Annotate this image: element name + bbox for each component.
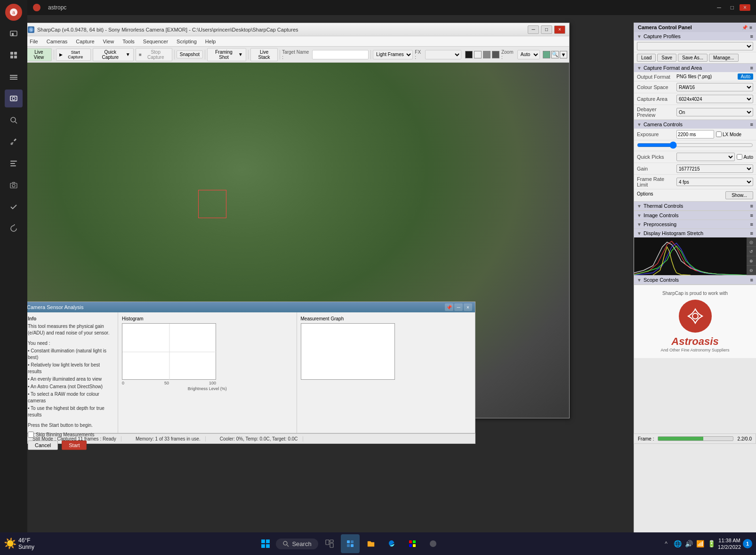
taskbar-notification[interactable]: 1 [743,539,752,548]
taskbar-store[interactable] [403,534,422,553]
sensor-panel-minimize[interactable]: ─ [454,303,463,311]
rp-hist-btn-1[interactable]: ◎ [747,237,756,247]
sensor-panel-close[interactable]: × [464,303,472,311]
menu-cameras[interactable]: Cameras [43,38,72,45]
rp-exposure-input[interactable] [676,130,714,139]
taskbar-edge[interactable] [382,534,401,553]
rp-section-camera-header[interactable]: ▼ Camera Controls ≡ [634,120,756,129]
sidebar-icon-sequence[interactable] [5,155,23,172]
rp-thermal-label: Thermal Controls [643,203,683,209]
rp-colour-space-combo[interactable]: RAW16 [676,83,753,91]
sensor-start-btn[interactable]: Start [62,441,87,450]
toolbar-snapshot[interactable]: Snapshot [177,50,203,58]
taskbar-search[interactable]: Search [276,539,318,549]
toolbar-start-capture[interactable]: ▶Start Capture [56,49,91,61]
menu-help[interactable]: Help [201,38,220,45]
app-minimize[interactable]: ─ [713,4,725,11]
zoom-search-btn[interactable]: 🔍 [551,51,559,58]
rp-load-btn[interactable]: Load [637,54,656,62]
color-btn-dark[interactable] [465,51,473,58]
toolbar-quick-capture[interactable]: Quick Capture▼ [93,48,134,61]
sidebar-icon-home[interactable] [5,24,23,42]
taskbar-other[interactable] [424,534,442,553]
sidebar-icon-expand[interactable] [5,46,23,64]
color-btn-mid[interactable] [483,51,491,58]
start-button[interactable] [257,535,274,552]
rp-exposure-slider[interactable] [637,141,753,149]
toolbar-fx-combo[interactable] [425,50,461,59]
sc-restore-btn[interactable]: □ [541,25,552,34]
toolbar-stop-capture[interactable]: ■Stop Capture [136,48,172,61]
rp-capture-area-combo[interactable]: 6024x4024 [676,95,753,103]
rp-gain-combo[interactable]: 16777215 [676,164,753,173]
rp-hist-btn-3[interactable]: ⊕ [747,256,756,266]
taskbar-chevron-up[interactable]: ^ [661,539,671,548]
menu-capture[interactable]: Capture [72,38,98,45]
color-btn-dark2[interactable] [492,51,499,58]
sidebar-icon-snapshot[interactable] [5,176,23,194]
menu-file[interactable]: File [26,38,42,45]
rp-save-btn[interactable]: Save [657,54,676,62]
toolbar-live-stack[interactable]: Live Stack [250,48,278,61]
taskbar-sound[interactable]: 🔊 [684,539,693,548]
menu-tools[interactable]: Tools [119,38,138,45]
rp-section-histogram-header[interactable]: ▼ Display Histogram Stretch ≡ [634,229,756,237]
sc-roi-box[interactable] [198,190,226,218]
rp-quickpicks-combo[interactable] [676,153,735,161]
rp-debayer-combo[interactable]: On [676,108,753,116]
toolbar-live-view[interactable]: Live View [26,48,52,61]
color-btn-light[interactable] [474,51,482,58]
menu-view[interactable]: View [99,38,118,45]
rp-output-auto-btn[interactable]: Auto [738,73,753,80]
rp-section-preprocessing-header[interactable]: ▼ Preprocessing ≡ [634,220,756,229]
rp-manage-btn[interactable]: Manage... [709,54,738,62]
sensor-panel-pin[interactable]: 📌 [445,303,453,311]
sidebar-icon-camera-panel[interactable] [5,90,23,107]
taskbar-explorer[interactable] [362,534,380,553]
rp-pin-btn[interactable]: 📌 [742,25,748,30]
svg-rect-37 [351,540,354,543]
sidebar-icon-astropc[interactable]: a [5,4,22,21]
sensor-skip-checkbox[interactable] [28,432,34,438]
taskbar-time[interactable]: 11:38 AM 12/2/2022 [718,537,741,551]
taskbar-task-view[interactable] [320,534,339,553]
sidebar-icon-tools[interactable] [5,133,23,151]
sidebar-icon-expand2[interactable] [5,68,23,86]
sc-minimize-btn[interactable]: ─ [528,25,539,34]
rp-section-format-header[interactable]: ▼ Capture Format and Area ≡ [634,64,756,72]
taskbar-battery[interactable]: 🔋 [707,539,716,548]
zoom-hist-btn[interactable] [543,51,550,58]
rp-section-profiles-header[interactable]: ▼ Capture Profiles ≡ [634,32,756,41]
toolbar-framing-shot[interactable]: Framing Shot▼ [207,48,246,61]
app-maximize[interactable]: □ [727,4,738,11]
sensor-cancel-btn[interactable]: Cancel [28,441,58,450]
sidebar-icon-refresh[interactable] [5,220,23,237]
rp-hist-btn-4[interactable]: ⊖ [747,266,756,275]
app-close[interactable]: × [740,4,750,11]
menu-sequencer[interactable]: Sequencer [139,38,172,45]
zoom-down-btn[interactable]: ▼ [560,51,567,58]
toolbar-target-input[interactable] [312,50,369,59]
rp-quickpicks-auto-check[interactable] [737,154,742,160]
rp-menu-btn[interactable]: ≡ [749,25,752,30]
sc-close-btn[interactable]: × [554,25,565,34]
rp-thermal-header[interactable]: ▼ Thermal Controls ≡ [634,202,756,211]
sidebar-icon-search[interactable] [5,111,23,129]
taskbar-wifi[interactable]: 📶 [695,539,705,548]
rp-section-image-header[interactable]: ▼ Image Controls ≡ [634,211,756,220]
toolbar-light-frames[interactable]: Light Frames [373,50,413,59]
taskbar-widgets[interactable] [341,534,360,553]
sc-title-buttons: ─ □ × [528,25,565,34]
rp-scope-header[interactable]: ▼ Scope Controls ≡ [634,276,756,285]
rp-hist-btn-2[interactable]: ↺ [747,247,756,256]
rp-framerate-combo[interactable]: 4 fps [676,178,753,186]
taskbar-network[interactable]: 🌐 [673,539,682,548]
sidebar-icon-check[interactable] [5,198,23,216]
rp-save-as-btn[interactable]: Save As... [678,54,708,62]
rp-show-btn[interactable]: Show... [725,191,753,199]
rp-histogram-display: ◎ ↺ ⊕ ⊖ [634,237,756,275]
rp-profiles-combo[interactable] [637,42,753,50]
toolbar-zoom-combo[interactable]: Auto [517,50,540,59]
rp-lxmode-checkbox[interactable] [716,131,722,137]
menu-scripting[interactable]: Scripting [173,38,201,45]
